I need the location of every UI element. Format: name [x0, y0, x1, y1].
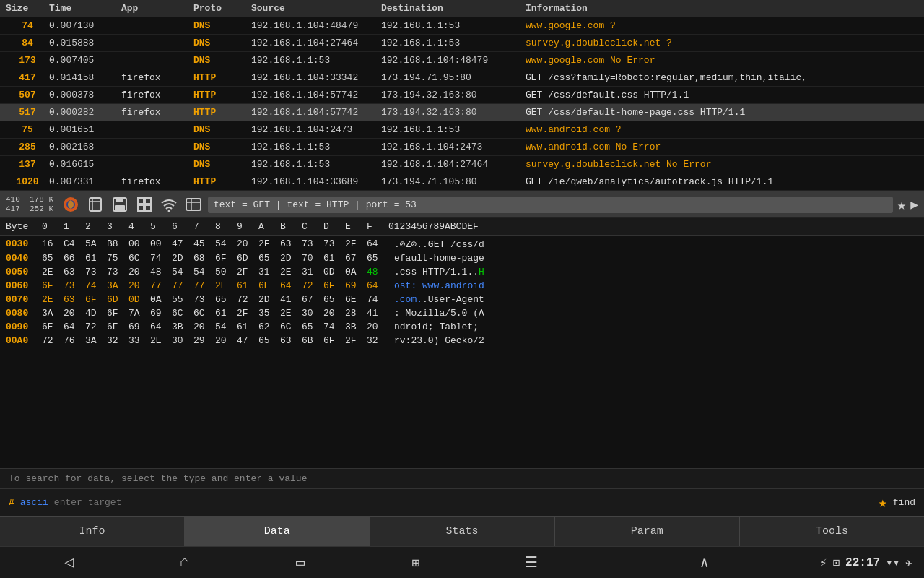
hex-byte[interactable]: 5A	[85, 238, 107, 250]
hex-byte[interactable]: 67	[345, 253, 367, 264]
hex-byte[interactable]: 65	[367, 253, 388, 264]
hex-byte[interactable]: 63	[64, 267, 85, 277]
bookmark-icon[interactable]	[85, 194, 105, 215]
table-icon[interactable]	[183, 194, 204, 215]
back-button[interactable]: ◁	[12, 553, 127, 572]
hex-byte[interactable]: 2F	[345, 238, 367, 250]
hex-byte[interactable]: 20	[193, 322, 215, 332]
hex-byte[interactable]: 28	[345, 308, 367, 319]
hex-byte[interactable]: 6F	[215, 253, 237, 264]
hex-byte[interactable]: 0D	[323, 267, 345, 277]
hex-byte[interactable]: 30	[172, 335, 193, 346]
menu-button[interactable]: ☰	[474, 553, 589, 571]
hex-byte[interactable]: 4D	[85, 308, 107, 319]
hex-byte[interactable]: 65	[42, 253, 64, 264]
hex-byte[interactable]: 74	[323, 322, 345, 332]
hex-byte[interactable]: 73	[323, 238, 345, 250]
hex-byte[interactable]: 2F	[345, 335, 367, 346]
home-button[interactable]: ⌂	[127, 553, 243, 571]
hex-byte[interactable]: 64	[367, 238, 388, 250]
hex-byte[interactable]: 6E	[42, 322, 64, 332]
hex-byte[interactable]: 74	[367, 294, 388, 305]
hex-byte[interactable]: 16	[42, 238, 64, 250]
table-row[interactable]: 75 0.001651 DNS 192.168.1.104:2473 192.1…	[0, 121, 924, 139]
hex-byte[interactable]: 0D	[128, 294, 150, 305]
hex-byte[interactable]: 65	[323, 294, 345, 305]
hex-byte[interactable]: 7A	[128, 308, 150, 319]
table-row[interactable]: 507 0.000378 firefox HTTP 192.168.1.104:…	[0, 87, 924, 104]
hex-byte[interactable]: 64	[150, 322, 172, 332]
table-row[interactable]: 173 0.007405 DNS 192.168.1.1:53 192.168.…	[0, 52, 924, 69]
hex-byte[interactable]: 69	[150, 308, 172, 319]
hex-byte[interactable]: 6E	[258, 280, 280, 291]
hex-byte[interactable]: B8	[107, 238, 128, 250]
hex-byte[interactable]: 0A	[150, 294, 172, 305]
hex-byte[interactable]: 68	[193, 253, 215, 264]
hex-byte[interactable]: 3A	[107, 280, 128, 291]
hex-byte[interactable]: 00	[128, 238, 150, 250]
save-icon[interactable]	[110, 194, 130, 215]
hex-byte[interactable]: 66	[64, 253, 85, 264]
hex-byte[interactable]: 72	[237, 294, 258, 305]
hex-byte[interactable]: 48	[150, 267, 172, 277]
hex-byte[interactable]: 6C	[128, 253, 150, 264]
hex-byte[interactable]: 2E	[42, 294, 64, 305]
tab-param[interactable]: Param	[555, 517, 740, 546]
hex-byte[interactable]: 55	[172, 294, 193, 305]
table-row[interactable]: 285 0.002168 DNS 192.168.1.1:53 192.168.…	[0, 139, 924, 156]
firefox-icon[interactable]	[61, 194, 81, 215]
hex-byte[interactable]: 2F	[237, 308, 258, 319]
hex-byte[interactable]: 72	[42, 335, 64, 346]
hex-byte[interactable]: 63	[64, 294, 85, 305]
hex-byte[interactable]: 47	[237, 335, 258, 346]
hex-byte[interactable]: 72	[85, 322, 107, 332]
hex-byte[interactable]: 2E	[280, 308, 302, 319]
hex-byte[interactable]: 73	[193, 294, 215, 305]
table-row[interactable]: 417 0.014158 firefox HTTP 192.168.1.104:…	[0, 69, 924, 87]
hex-byte[interactable]: 32	[107, 335, 128, 346]
hex-byte[interactable]: 0A	[345, 267, 367, 277]
hex-byte[interactable]: 2F	[258, 238, 280, 250]
hex-byte[interactable]: 41	[367, 308, 388, 319]
tab-tools[interactable]: Tools	[740, 517, 924, 546]
hex-byte[interactable]: 6F	[323, 280, 345, 291]
table-row[interactable]: 74 0.007130 DNS 192.168.1.104:48479 192.…	[0, 17, 924, 35]
hex-byte[interactable]: 2D	[280, 253, 302, 264]
hex-byte[interactable]: 77	[193, 280, 215, 291]
hex-byte[interactable]: 20	[323, 308, 345, 319]
hex-byte[interactable]: 6D	[237, 253, 258, 264]
wifi-filter-icon[interactable]	[159, 194, 179, 215]
tab-data[interactable]: Data	[185, 517, 370, 546]
hex-byte[interactable]: 2E	[280, 267, 302, 277]
hex-byte[interactable]: 72	[302, 280, 323, 291]
table-row[interactable]: 84 0.015888 DNS 192.168.1.104:27464 192.…	[0, 35, 924, 52]
hex-byte[interactable]: 2E	[42, 267, 64, 277]
search-find-button[interactable]: find	[893, 497, 915, 508]
hex-byte[interactable]: 3A	[85, 335, 107, 346]
hex-byte[interactable]: 3B	[345, 322, 367, 332]
hex-byte[interactable]: 65	[258, 335, 280, 346]
search-star[interactable]: ★	[879, 493, 887, 512]
hex-byte[interactable]: 63	[280, 335, 302, 346]
hex-byte[interactable]: 30	[302, 308, 323, 319]
hex-byte[interactable]: 6C	[193, 308, 215, 319]
hex-byte[interactable]: 54	[215, 322, 237, 332]
hex-byte[interactable]: 6D	[107, 294, 128, 305]
hex-byte[interactable]: 2D	[258, 294, 280, 305]
hex-byte[interactable]: 74	[85, 280, 107, 291]
hex-byte[interactable]: 77	[172, 280, 193, 291]
hex-byte[interactable]: 31	[302, 267, 323, 277]
hex-byte[interactable]: 41	[280, 294, 302, 305]
hex-byte[interactable]: 29	[193, 335, 215, 346]
hex-byte[interactable]: 64	[280, 280, 302, 291]
play-icon[interactable]: ▶	[910, 197, 918, 212]
hex-byte[interactable]: 65	[215, 294, 237, 305]
hex-byte[interactable]: C4	[64, 238, 85, 250]
hex-byte[interactable]: 20	[128, 280, 150, 291]
recents-button[interactable]: ▭	[243, 553, 358, 571]
hex-byte[interactable]: 61	[323, 253, 345, 264]
hex-byte[interactable]: 67	[302, 294, 323, 305]
hex-byte[interactable]: 45	[193, 238, 215, 250]
hex-byte[interactable]: 6E	[345, 294, 367, 305]
hex-byte[interactable]: 2E	[215, 280, 237, 291]
